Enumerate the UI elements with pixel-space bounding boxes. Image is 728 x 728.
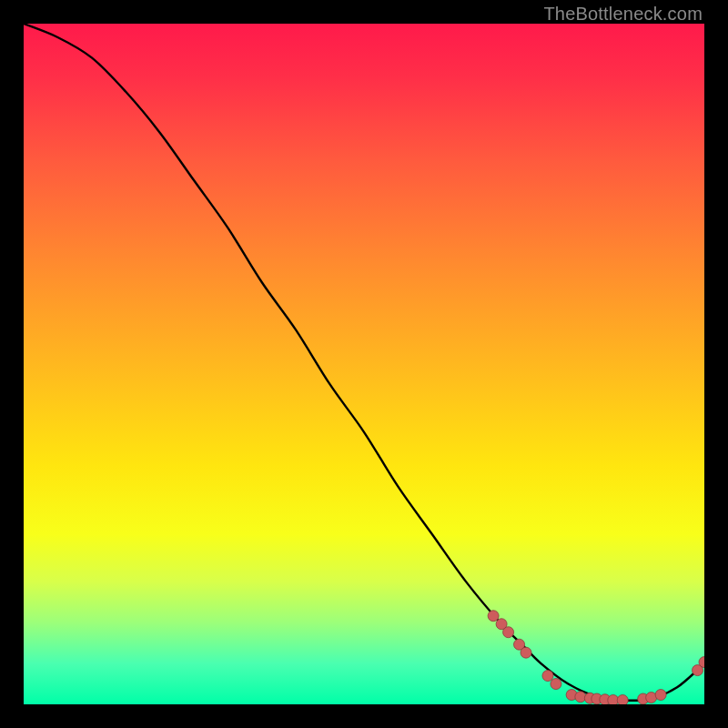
chart-marker <box>521 647 531 658</box>
chart-marker <box>617 695 628 704</box>
watermark-text: TheBottleneck.com <box>543 4 703 25</box>
chart-marker <box>575 692 586 703</box>
chart-marker <box>503 627 514 638</box>
chart-curve <box>24 24 704 701</box>
chart-marker <box>488 611 499 622</box>
chart-marker <box>551 679 561 690</box>
chart-marker <box>655 690 666 701</box>
chart-svg <box>24 24 704 704</box>
chart-marker <box>542 671 553 682</box>
chart-frame <box>24 24 704 704</box>
